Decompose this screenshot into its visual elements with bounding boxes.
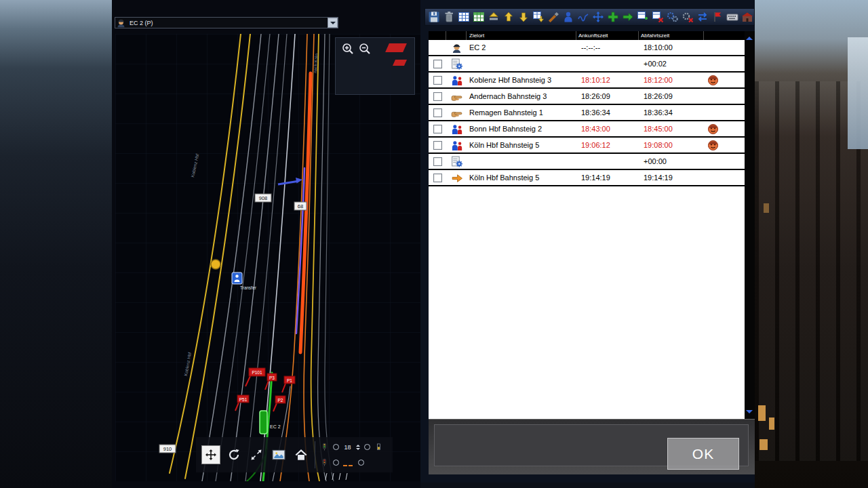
rotate-button[interactable]: [225, 446, 243, 464]
waypoint-dot: [211, 260, 220, 269]
expand-icon: [250, 448, 263, 462]
row-checkbox[interactable]: [433, 92, 442, 101]
driver-icon[interactable]: [561, 10, 575, 24]
zoom-out-icon: [358, 42, 372, 56]
scrollbar[interactable]: [745, 31, 755, 419]
dialog-footer: OK: [429, 419, 755, 474]
move-up-icon[interactable]: [502, 10, 515, 24]
move-cross-icon[interactable]: [591, 10, 605, 24]
svg-text:P51: P51: [239, 397, 248, 402]
column-header-status: [703, 31, 745, 40]
grid-large-icon[interactable]: [472, 10, 486, 24]
timetable-row[interactable]: Köln Hbf Bahnsteig 5 19:14:19 19:14:19: [429, 170, 745, 186]
signal-main-icon: [320, 457, 329, 468]
cell-abfahrt: 18:36:34: [638, 108, 703, 117]
timetable: Zielort Ankunftszeit Abfahrtszeit EC 2 -…: [429, 31, 745, 419]
row-checkbox[interactable]: [433, 157, 442, 166]
row-checkbox[interactable]: [433, 108, 442, 117]
ok-button[interactable]: OK: [667, 438, 739, 470]
insert-arrow-icon[interactable]: [621, 10, 635, 24]
eject-icon[interactable]: [487, 10, 500, 24]
signal-option-radio[interactable]: [333, 444, 339, 450]
svg-text:910: 910: [163, 446, 172, 452]
settings-remove-icon[interactable]: [681, 10, 694, 24]
conductor-face-icon: [707, 140, 719, 151]
cell-abfahrt: 18:10:00: [638, 43, 703, 52]
svg-text:68: 68: [298, 203, 303, 209]
signal-option-radio[interactable]: [364, 444, 370, 450]
delete-row-icon[interactable]: [651, 10, 665, 24]
screenshot-button[interactable]: [270, 446, 288, 464]
signal-options: 18: [320, 439, 383, 470]
dropdown-arrow-icon[interactable]: [328, 18, 338, 28]
signal-option-radio[interactable]: [358, 460, 364, 466]
svg-text:P2: P2: [278, 398, 283, 403]
grid-small-icon[interactable]: [457, 10, 471, 24]
brush-icon[interactable]: [547, 10, 560, 24]
map-panel: EC 2 (P): [112, 0, 420, 488]
cell-ankunft: 18:43:00: [576, 125, 638, 133]
row-checkbox[interactable]: [433, 60, 442, 68]
row-checkbox[interactable]: [433, 174, 442, 182]
svg-text:P3: P3: [269, 375, 275, 380]
scroll-down-icon[interactable]: [746, 410, 753, 417]
timetable-row[interactable]: Remagen Bahnsteig 1 18:36:34 18:36:34: [429, 105, 745, 121]
timetable-row[interactable]: +00:00: [429, 154, 745, 170]
timetable-config-icon: [451, 58, 462, 70]
timetable-row[interactable]: Andernach Bahnsteig 3 18:26:09 18:26:09: [429, 89, 745, 105]
svg-text:908: 908: [259, 195, 268, 201]
move-down-icon[interactable]: [517, 10, 530, 24]
swap-icon[interactable]: [696, 10, 709, 24]
lit-window: [758, 405, 766, 421]
timetable-row[interactable]: Bonn Hbf Bahnsteig 2 18:43:00 18:45:00: [429, 121, 745, 138]
timetable-row[interactable]: +00:02: [429, 56, 745, 73]
flag-icon[interactable]: [711, 10, 724, 24]
station-icon[interactable]: [741, 10, 754, 24]
scroll-up-icon[interactable]: [746, 33, 753, 40]
map-canvas[interactable]: Transfer 908 68 910 P101 P3 P1: [115, 34, 420, 481]
passenger-stop-icon: [451, 75, 462, 86]
export-table-icon[interactable]: [532, 10, 545, 24]
track-number-68: 68: [294, 202, 307, 210]
game-scene-left: [0, 0, 112, 488]
map-overview: [335, 37, 415, 95]
row-checkbox[interactable]: [433, 76, 442, 85]
train-marker[interactable]: [260, 411, 267, 434]
signature-icon[interactable]: [576, 10, 590, 24]
conductor-face-icon: [707, 75, 719, 86]
timetable-row[interactable]: Koblenz Hbf Bahnsteig 3 18:10:12 18:12:0…: [429, 73, 745, 89]
keyboard-icon[interactable]: [726, 10, 739, 24]
zoom-spinner[interactable]: [356, 443, 360, 452]
cell-abfahrt: +00:02: [638, 60, 703, 68]
add-row-icon[interactable]: [636, 10, 650, 24]
save-icon[interactable]: [427, 10, 441, 24]
timetable-header: Zielort Ankunftszeit Abfahrtszeit: [429, 31, 745, 40]
cell-zielort: Bonn Hbf Bahnsteig 2: [467, 125, 576, 133]
add-icon[interactable]: [606, 10, 620, 24]
signal-option-radio[interactable]: [333, 460, 339, 466]
zoom-in-icon: [341, 42, 355, 56]
rotate-icon: [226, 447, 241, 462]
transfer-label: Transfer: [240, 285, 257, 290]
signal-distant-icon: [320, 441, 329, 453]
final-destination-icon: [451, 172, 462, 184]
train-selector[interactable]: EC 2 (P): [115, 17, 338, 28]
home-icon: [294, 447, 309, 462]
expand-button[interactable]: [248, 446, 265, 464]
pan-icon: [204, 448, 218, 462]
sky-gap: [848, 37, 868, 149]
row-checkbox[interactable]: [433, 125, 442, 134]
cell-zielort: EC 2: [467, 43, 576, 52]
zoom-in-button[interactable]: [341, 42, 355, 56]
home-button[interactable]: [292, 446, 310, 464]
passenger-stop-icon: [451, 140, 462, 151]
timetable-row[interactable]: Köln Hbf Bahnsteig 5 19:06:12 19:08:00: [429, 138, 745, 154]
delete-icon[interactable]: [442, 10, 456, 24]
column-header-abfahrtszeit: Abfahrtszeit: [638, 31, 703, 40]
zoom-out-button[interactable]: [358, 42, 372, 56]
pan-button[interactable]: [201, 445, 220, 464]
timetable-toolbar: [425, 8, 755, 26]
row-checkbox[interactable]: [433, 141, 442, 150]
timetable-row[interactable]: EC 2 --:--:-- 18:10:00: [429, 40, 745, 56]
settings-gears-icon[interactable]: [666, 10, 679, 24]
